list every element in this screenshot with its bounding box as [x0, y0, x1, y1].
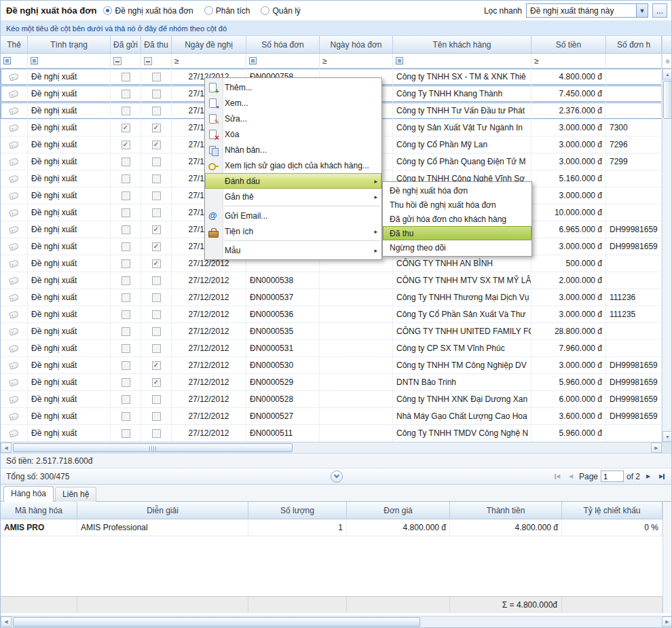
- detail-column-header-0[interactable]: Mã hàng hóa: [1, 502, 77, 519]
- column-header-0[interactable]: Thẻ: [1, 36, 28, 53]
- filter-checkbox-icon[interactable]: [144, 57, 152, 65]
- scroll-up-icon[interactable]: ▲: [662, 69, 672, 79]
- greater-equal-icon[interactable]: ≥: [534, 56, 539, 66]
- submenu-item-mark-stop-following[interactable]: Ngừng theo dõi: [383, 240, 531, 255]
- filter-type-icon[interactable]: [31, 57, 38, 64]
- sent-checkbox[interactable]: [122, 90, 130, 98]
- next-page-button[interactable]: ▶: [643, 471, 654, 482]
- column-header-3[interactable]: Đã thu: [141, 36, 172, 53]
- scroll-left-icon[interactable]: ◀: [1, 616, 12, 627]
- column-header-2[interactable]: Đã gửi: [111, 36, 141, 53]
- scroll-down-icon[interactable]: ▼: [662, 431, 672, 442]
- filter-cell-7[interactable]: [393, 54, 531, 68]
- received-checkbox[interactable]: [152, 344, 161, 353]
- menu-item-send-email[interactable]: Gửi Email...: [205, 208, 381, 223]
- detail-column-header-4[interactable]: Thành tiền: [450, 502, 562, 519]
- table-row[interactable]: Đề nghị xuất27/12/2012ĐN0000528Công ty T…: [1, 391, 662, 408]
- received-checkbox[interactable]: [152, 310, 161, 319]
- received-checkbox[interactable]: [152, 208, 161, 217]
- submenu-item-mark-received[interactable]: Đã thu: [383, 226, 531, 240]
- submenu-item-mark-revoke-request[interactable]: Thu hồi đề nghị xuất hóa đơn: [383, 198, 531, 212]
- sent-checkbox[interactable]: [122, 191, 130, 200]
- quick-filter-combobox[interactable]: Đề nghị xuất tháng này ▼: [526, 3, 648, 18]
- received-checkbox[interactable]: [152, 327, 161, 336]
- prev-page-button[interactable]: ◀: [565, 471, 576, 482]
- tab-contacts[interactable]: Liên hệ: [55, 487, 96, 502]
- tab-goods[interactable]: Hàng hóa: [3, 486, 54, 502]
- sent-checkbox[interactable]: [122, 208, 130, 217]
- detail-column-header-5[interactable]: Tỷ lệ chiết khấu: [562, 502, 662, 519]
- received-checkbox[interactable]: ✓: [152, 259, 161, 268]
- filter-cell-5[interactable]: [246, 54, 320, 68]
- detail-column-header-2[interactable]: Số lượng: [248, 502, 347, 519]
- filter-type-icon[interactable]: [396, 57, 403, 64]
- menu-item-duplicate[interactable]: Nhân bản...: [205, 142, 381, 158]
- sent-checkbox[interactable]: [122, 344, 130, 353]
- column-header-7[interactable]: Tên khách hàng: [393, 36, 531, 53]
- received-checkbox[interactable]: [152, 107, 161, 115]
- received-checkbox[interactable]: ✓: [152, 225, 161, 234]
- table-row[interactable]: Đề nghị xuất27/12/2012ĐN0000536Công Ty C…: [1, 306, 662, 323]
- received-checkbox[interactable]: [152, 191, 161, 200]
- menu-item-edit[interactable]: Sửa...: [205, 111, 381, 126]
- received-checkbox[interactable]: ✓: [152, 361, 161, 370]
- last-page-button[interactable]: ▶: [656, 471, 667, 482]
- filter-cell-9[interactable]: [606, 54, 662, 68]
- menu-item-view[interactable]: Xem...: [205, 95, 381, 111]
- received-checkbox[interactable]: [152, 90, 161, 98]
- menu-item-history[interactable]: Xem lịch sử giao dịch của khách hàng...: [205, 158, 381, 173]
- greater-equal-icon[interactable]: ≥: [174, 56, 179, 66]
- filter-cell-0[interactable]: [1, 54, 28, 68]
- radio-request[interactable]: Đề nghị xuất hóa đơn: [103, 6, 193, 16]
- table-row[interactable]: Đề nghị xuất27/12/2012ĐN0000535CÔNG TY T…: [1, 323, 662, 340]
- bottom-hscroll-thumb[interactable]: [13, 617, 420, 627]
- filter-more-button[interactable]: ...: [652, 3, 667, 18]
- detail-column-header-1[interactable]: Diễn giải: [77, 502, 248, 519]
- column-header-5[interactable]: Số hóa đơn: [246, 36, 320, 53]
- filter-cell-1[interactable]: [28, 54, 111, 68]
- filter-cell-4[interactable]: ≥: [172, 54, 246, 68]
- table-row[interactable]: Đề nghị xuất✓27/12/2012ĐN0000529DNTN Bảo…: [1, 374, 662, 391]
- received-checkbox[interactable]: [152, 276, 161, 285]
- scroll-right-icon[interactable]: ▶: [651, 443, 662, 453]
- sent-checkbox[interactable]: [122, 225, 130, 234]
- vscroll-thumb[interactable]: [663, 81, 672, 119]
- received-checkbox[interactable]: [152, 73, 161, 81]
- detail-vscrollbar[interactable]: [662, 502, 672, 613]
- filter-cell-6[interactable]: ≥: [320, 54, 393, 68]
- menu-item-tag[interactable]: Gắn thẻ▸: [205, 189, 381, 204]
- table-row[interactable]: Đề nghị xuất27/12/2012ĐN0000531Công ty C…: [1, 340, 662, 357]
- received-checkbox[interactable]: [152, 158, 161, 166]
- sent-checkbox[interactable]: [122, 310, 130, 319]
- sent-checkbox[interactable]: [122, 395, 130, 404]
- received-checkbox[interactable]: [152, 429, 161, 438]
- sent-checkbox[interactable]: [122, 276, 130, 285]
- column-header-6[interactable]: Ngày hóa đơn: [320, 36, 393, 53]
- greater-equal-icon[interactable]: ≥: [322, 56, 327, 66]
- radio-analysis[interactable]: Phân tích: [204, 6, 250, 16]
- sent-checkbox[interactable]: [122, 174, 130, 183]
- collapse-panel-button[interactable]: [331, 470, 343, 483]
- sent-checkbox[interactable]: ✓: [122, 141, 130, 149]
- sent-checkbox[interactable]: ✓: [122, 124, 130, 132]
- filter-cell-2[interactable]: [111, 54, 141, 68]
- filter-cell-3[interactable]: [141, 54, 172, 68]
- first-page-button[interactable]: ◀: [552, 471, 563, 482]
- filter-checkbox-icon[interactable]: [113, 57, 122, 65]
- sent-checkbox[interactable]: [122, 242, 130, 251]
- received-checkbox[interactable]: [152, 174, 161, 183]
- table-row[interactable]: Đề nghị xuất✓27/12/2012ĐN0000530Công ty …: [1, 357, 662, 374]
- scroll-left-icon[interactable]: ◀: [1, 443, 12, 453]
- filter-type-icon[interactable]: [249, 57, 257, 64]
- submenu-item-mark-sent-to-customer[interactable]: Đã gửi hóa đơn cho khách hàng: [383, 212, 531, 226]
- bottom-hscrollbar[interactable]: ◀ ▶: [1, 616, 672, 627]
- received-checkbox[interactable]: [152, 293, 161, 302]
- submenu-item-mark-request-invoice[interactable]: Đề nghị xuất hóa đơn: [383, 183, 531, 198]
- filter-cell-8[interactable]: ≥: [531, 54, 606, 68]
- sent-checkbox[interactable]: [122, 327, 130, 336]
- radio-management[interactable]: Quản lý: [261, 6, 300, 16]
- page-input[interactable]: [601, 470, 624, 482]
- received-checkbox[interactable]: ✓: [152, 242, 161, 251]
- table-row[interactable]: Đề nghị xuất27/12/2012ĐN0000527Nhà Máy G…: [1, 408, 662, 425]
- menu-item-add[interactable]: Thêm...: [205, 79, 381, 95]
